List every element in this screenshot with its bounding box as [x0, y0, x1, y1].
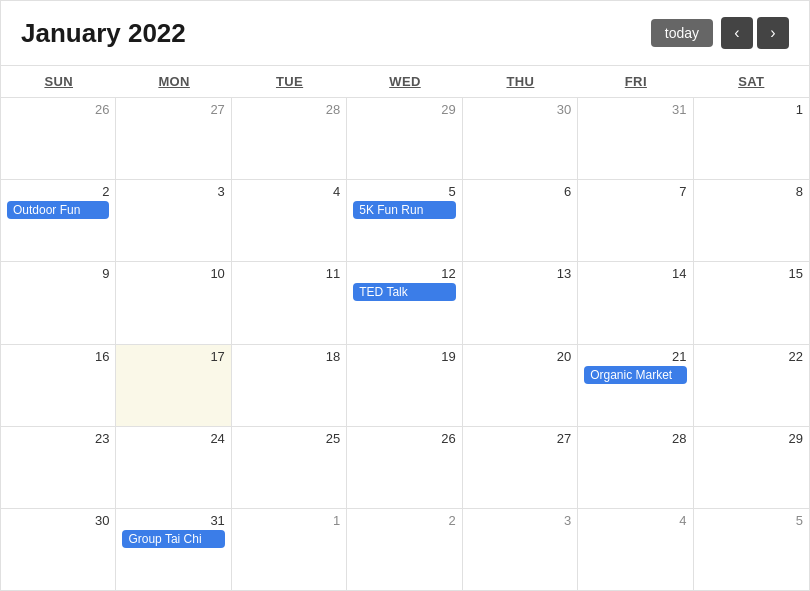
day-cell[interactable]: 27 [463, 427, 578, 508]
day-number: 20 [469, 349, 571, 364]
day-number: 28 [238, 102, 340, 117]
day-cell[interactable]: 26 [1, 98, 116, 179]
event-badge[interactable]: TED Talk [353, 283, 455, 301]
day-number: 4 [238, 184, 340, 199]
day-number: 29 [700, 431, 803, 446]
day-cell[interactable]: 1 [694, 98, 809, 179]
day-number: 25 [238, 431, 340, 446]
day-cell[interactable]: 29 [347, 98, 462, 179]
day-number: 27 [469, 431, 571, 446]
prev-button[interactable]: ‹ [721, 17, 753, 49]
day-cell[interactable]: 31 [578, 98, 693, 179]
week-row: 23242526272829 [1, 427, 809, 509]
day-cell[interactable]: 16 [1, 345, 116, 426]
day-cell[interactable]: 24 [116, 427, 231, 508]
today-button[interactable]: today [651, 19, 713, 47]
day-header-tue: TUE [232, 66, 347, 97]
weeks-container: 26272829303112Outdoor Fun3455K Fun Run67… [1, 98, 809, 590]
day-cell[interactable]: 2Outdoor Fun [1, 180, 116, 261]
day-number: 26 [353, 431, 455, 446]
day-header-sun: SUN [1, 66, 116, 97]
day-number: 10 [122, 266, 224, 281]
day-header-mon: MON [116, 66, 231, 97]
day-cell[interactable]: 11 [232, 262, 347, 343]
day-number: 1 [700, 102, 803, 117]
calendar-grid: SUNMONTUEWEDTHUFRISAT 26272829303112Outd… [1, 65, 809, 590]
event-badge[interactable]: Organic Market [584, 366, 686, 384]
day-cell[interactable]: 25 [232, 427, 347, 508]
day-number: 31 [584, 102, 686, 117]
day-cell[interactable]: 8 [694, 180, 809, 261]
header-controls: today ‹ › [651, 17, 789, 49]
day-cell[interactable]: 14 [578, 262, 693, 343]
week-row: 3031Group Tai Chi12345 [1, 509, 809, 590]
day-cell[interactable]: 1 [232, 509, 347, 590]
day-number: 11 [238, 266, 340, 281]
day-number: 2 [353, 513, 455, 528]
day-number: 26 [7, 102, 109, 117]
day-number: 31 [122, 513, 224, 528]
day-number: 22 [700, 349, 803, 364]
day-cell[interactable]: 10 [116, 262, 231, 343]
day-cell[interactable]: 28 [232, 98, 347, 179]
event-badge[interactable]: 5K Fun Run [353, 201, 455, 219]
day-cell[interactable]: 21Organic Market [578, 345, 693, 426]
day-number: 4 [584, 513, 686, 528]
day-number: 16 [7, 349, 109, 364]
day-cell[interactable]: 3 [116, 180, 231, 261]
calendar-title: January 2022 [21, 18, 186, 49]
day-number: 6 [469, 184, 571, 199]
week-row: 2627282930311 [1, 98, 809, 180]
day-cell[interactable]: 15 [694, 262, 809, 343]
day-cell[interactable]: 12TED Talk [347, 262, 462, 343]
day-cell[interactable]: 29 [694, 427, 809, 508]
event-badge[interactable]: Group Tai Chi [122, 530, 224, 548]
day-header-fri: FRI [578, 66, 693, 97]
day-number: 3 [469, 513, 571, 528]
week-row: 2Outdoor Fun3455K Fun Run678 [1, 180, 809, 262]
day-number: 13 [469, 266, 571, 281]
day-cell[interactable]: 28 [578, 427, 693, 508]
day-number: 21 [584, 349, 686, 364]
day-cell[interactable]: 26 [347, 427, 462, 508]
day-number: 27 [122, 102, 224, 117]
day-number: 29 [353, 102, 455, 117]
day-cell[interactable]: 22 [694, 345, 809, 426]
day-number: 17 [122, 349, 224, 364]
day-cell[interactable]: 55K Fun Run [347, 180, 462, 261]
day-cell[interactable]: 31Group Tai Chi [116, 509, 231, 590]
day-number: 5 [353, 184, 455, 199]
day-cell[interactable]: 7 [578, 180, 693, 261]
week-row: 161718192021Organic Market22 [1, 345, 809, 427]
day-cell[interactable]: 5 [694, 509, 809, 590]
day-cell[interactable]: 2 [347, 509, 462, 590]
day-cell[interactable]: 13 [463, 262, 578, 343]
day-header-thu: THU [463, 66, 578, 97]
day-cell[interactable]: 4 [232, 180, 347, 261]
calendar-container: January 2022 today ‹ › SUNMONTUEWEDTHUFR… [0, 0, 810, 591]
day-cell[interactable]: 19 [347, 345, 462, 426]
day-header-wed: WED [347, 66, 462, 97]
day-cell[interactable]: 6 [463, 180, 578, 261]
day-cell[interactable]: 4 [578, 509, 693, 590]
day-header-sat: SAT [694, 66, 809, 97]
day-cell[interactable]: 30 [463, 98, 578, 179]
day-number: 14 [584, 266, 686, 281]
event-badge[interactable]: Outdoor Fun [7, 201, 109, 219]
calendar-header: January 2022 today ‹ › [1, 1, 809, 65]
day-cell[interactable]: 17 [116, 345, 231, 426]
day-number: 19 [353, 349, 455, 364]
day-cell[interactable]: 20 [463, 345, 578, 426]
day-cell[interactable]: 23 [1, 427, 116, 508]
day-headers: SUNMONTUEWEDTHUFRISAT [1, 66, 809, 98]
day-number: 23 [7, 431, 109, 446]
day-cell[interactable]: 27 [116, 98, 231, 179]
day-cell[interactable]: 18 [232, 345, 347, 426]
day-number: 3 [122, 184, 224, 199]
day-cell[interactable]: 3 [463, 509, 578, 590]
next-button[interactable]: › [757, 17, 789, 49]
day-number: 18 [238, 349, 340, 364]
day-number: 15 [700, 266, 803, 281]
day-cell[interactable]: 9 [1, 262, 116, 343]
day-cell[interactable]: 30 [1, 509, 116, 590]
